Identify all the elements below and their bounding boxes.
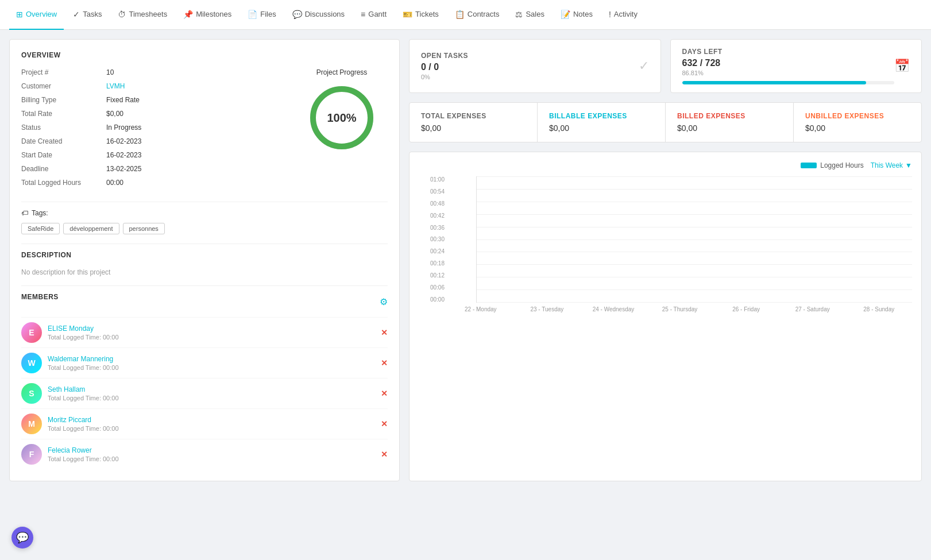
chevron-down-icon: ▼ (905, 161, 912, 169)
nav-item-tasks[interactable]: ✓Tasks (66, 0, 109, 30)
nav-item-gantt[interactable]: ≡Gantt (354, 0, 393, 30)
nav-item-timesheets[interactable]: ⏱Timesheets (111, 0, 174, 30)
nav-label-tickets: Tickets (415, 10, 439, 18)
member-row: S Seth Hallam Total Logged Time: 00:00 ✕ (21, 378, 388, 408)
member-info: S Seth Hallam Total Logged Time: 00:00 (21, 383, 119, 404)
member-name[interactable]: Felecia Rower (48, 446, 119, 454)
nav-item-contracts[interactable]: 📋Contracts (448, 0, 507, 30)
chart-legend: Logged Hours (801, 161, 863, 169)
days-progress-bar (682, 81, 895, 84)
overview-title: OVERVIEW (21, 51, 388, 59)
x-axis-label: 25 - Thursday (647, 306, 713, 312)
nav-item-milestones[interactable]: 📌Milestones (176, 0, 238, 30)
x-axis: 22 - Monday23 - Tuesday24 - Wednesday25 … (447, 306, 912, 312)
days-left-value: 632 / 728 (682, 58, 895, 68)
billed-expenses-label: BILLED EXPENSES (677, 112, 782, 120)
avatar: M (21, 414, 42, 434)
grid-line (477, 264, 912, 265)
avatar: W (21, 353, 42, 373)
nav-item-files[interactable]: 📄Files (241, 0, 283, 30)
member-remove-button[interactable]: ✕ (381, 328, 388, 337)
overview-panel: OVERVIEW Project # 10 Customer LVMH Bill… (9, 39, 400, 481)
member-row: E ELISE Monday Total Logged Time: 00:00 … (21, 317, 388, 347)
member-name[interactable]: ELISE Monday (48, 325, 119, 333)
nav-item-sales[interactable]: ⚖Sales (508, 0, 551, 30)
y-axis-label: 00:42 (419, 213, 445, 219)
nav-label-sales: Sales (526, 10, 544, 18)
nav-item-notes[interactable]: 📝Notes (554, 0, 600, 30)
field-value[interactable]: LVMH (106, 82, 125, 90)
member-info: E ELISE Monday Total Logged Time: 00:00 (21, 322, 119, 343)
member-logged-time: Total Logged Time: 00:00 (48, 395, 119, 401)
field-value: 13-02-2025 (106, 165, 141, 173)
y-axis-label: 00:30 (419, 236, 445, 242)
y-axis-label: 00:00 (419, 296, 445, 303)
chart-header: Logged Hours This Week ▼ (419, 161, 912, 169)
days-left-percent: 86.81% (682, 69, 895, 76)
nav-item-activity[interactable]: !Activity (602, 0, 644, 30)
y-axis-label: 00:54 (419, 188, 445, 195)
member-remove-button[interactable]: ✕ (381, 450, 388, 459)
legend-label: Logged Hours (820, 161, 863, 169)
milestones-icon: 📌 (183, 10, 193, 19)
nav-item-overview[interactable]: ⊞Overview (9, 0, 64, 30)
member-name[interactable]: Waldemar Mannering (48, 355, 119, 363)
member-info: M Moritz Piccard Total Logged Time: 00:0… (21, 414, 119, 434)
nav-label-files: Files (260, 10, 276, 18)
gantt-icon: ≡ (361, 10, 365, 19)
nav-item-discussions[interactable]: 💬Discussions (285, 0, 351, 30)
member-name[interactable]: Moritz Piccard (48, 416, 119, 424)
members-header: MEMBERS ⚙ (21, 293, 388, 310)
field-value: 10 (106, 68, 114, 76)
member-remove-button[interactable]: ✕ (381, 419, 388, 428)
grid-lines (477, 176, 912, 302)
member-details: Waldemar Mannering Total Logged Time: 00… (48, 355, 119, 371)
billed-expenses-value: $0,00 (677, 123, 782, 133)
member-remove-button[interactable]: ✕ (381, 358, 388, 368)
y-axis-label: 00:48 (419, 200, 445, 207)
days-left-label: DAYS LEFT (682, 48, 895, 56)
activity-icon: ! (609, 10, 611, 19)
field-label: Billing Type (21, 96, 102, 104)
members-gear-button[interactable]: ⚙ (380, 296, 388, 307)
this-week-button[interactable]: This Week ▼ (871, 161, 912, 169)
field-label: Deadline (21, 165, 102, 173)
field-row-billing-type: Billing Type Fixed Rate (21, 96, 284, 104)
field-value: 16-02-2023 (106, 137, 141, 145)
tasks-icon: ✓ (73, 10, 80, 19)
member-logged-time: Total Logged Time: 00:00 (48, 334, 119, 341)
member-details: ELISE Monday Total Logged Time: 00:00 (48, 325, 119, 341)
tasks-days-row: OPEN TASKS 0 / 0 0% ✓ DAYS LEFT 632 / 72… (409, 39, 922, 93)
billed-expenses-block: BILLED EXPENSES $0,00 (666, 103, 794, 142)
calendar-icon: 📅 (894, 59, 910, 74)
avatar: E (21, 322, 42, 343)
discussions-icon: 💬 (292, 10, 302, 19)
notes-icon: 📝 (561, 10, 570, 19)
nav-label-overview: Overview (26, 10, 57, 18)
check-icon: ✓ (639, 59, 649, 74)
member-row: F Felecia Rower Total Logged Time: 00:00… (21, 439, 388, 469)
right-panel: OPEN TASKS 0 / 0 0% ✓ DAYS LEFT 632 / 72… (409, 39, 922, 481)
nav-item-tickets[interactable]: 🎫Tickets (396, 0, 446, 30)
nav-label-discussions: Discussions (305, 10, 345, 18)
member-remove-button[interactable]: ✕ (381, 389, 388, 398)
nav-label-notes: Notes (573, 10, 593, 18)
field-value: In Progress (106, 123, 141, 132)
field-label: Start Date (21, 151, 102, 159)
unbilled-expenses-label: UNBILLED EXPENSES (805, 112, 910, 120)
tasks-info: OPEN TASKS 0 / 0 0% (421, 52, 639, 80)
chart-area (476, 176, 912, 303)
chart-section: Logged Hours This Week ▼ 01:0000:5400:48… (409, 152, 922, 481)
legend-dot (801, 163, 817, 168)
x-axis-label: 23 - Tuesday (514, 306, 581, 312)
member-name[interactable]: Seth Hallam (48, 385, 119, 393)
member-details: Seth Hallam Total Logged Time: 00:00 (48, 385, 119, 401)
total-expenses-value: $0,00 (421, 123, 526, 133)
member-details: Moritz Piccard Total Logged Time: 00:00 (48, 416, 119, 432)
open-tasks-card: OPEN TASKS 0 / 0 0% ✓ (409, 39, 661, 93)
open-tasks-value: 0 / 0 (421, 62, 639, 72)
grid-line (477, 302, 912, 303)
expenses-row: TOTAL EXPENSES $0,00 BILLABLE EXPENSES $… (409, 102, 922, 142)
avatar: F (21, 444, 42, 465)
field-label: Status (21, 123, 102, 132)
